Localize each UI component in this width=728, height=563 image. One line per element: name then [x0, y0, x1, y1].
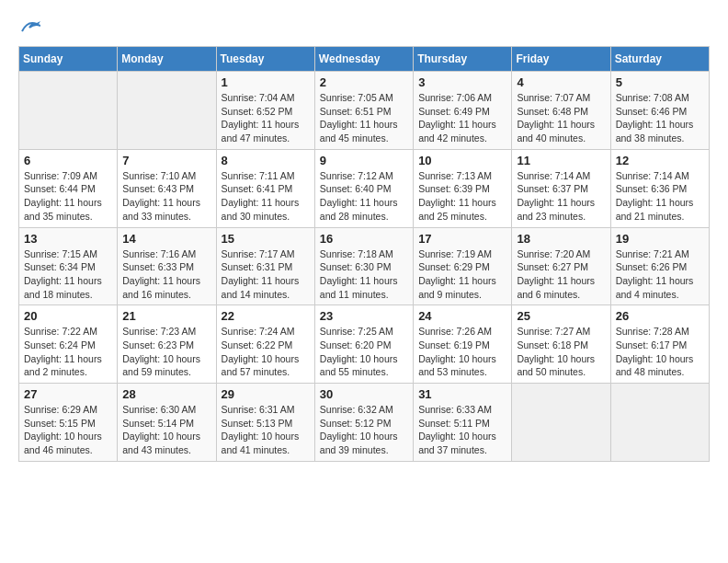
day-info: Sunrise: 7:04 AM Sunset: 6:52 PM Dayligh…	[222, 91, 310, 145]
day-info: Sunrise: 7:22 AM Sunset: 6:24 PM Dayligh…	[24, 325, 112, 379]
day-number: 13	[24, 232, 112, 246]
calendar-cell: 29Sunrise: 6:31 AM Sunset: 5:13 PM Dayli…	[216, 384, 314, 462]
day-info: Sunrise: 7:16 AM Sunset: 6:33 PM Dayligh…	[122, 247, 210, 302]
day-info: Sunrise: 7:13 AM Sunset: 6:39 PM Dayligh…	[418, 169, 506, 224]
calendar-cell: 7Sunrise: 7:10 AM Sunset: 6:43 PM Daylig…	[118, 149, 216, 227]
day-info: Sunrise: 7:23 AM Sunset: 6:23 PM Dayligh…	[122, 325, 210, 379]
day-number: 4	[517, 75, 605, 89]
calendar-cell: 11Sunrise: 7:14 AM Sunset: 6:37 PM Dayli…	[512, 149, 610, 227]
day-number: 24	[418, 309, 506, 323]
calendar-header-tuesday: Tuesday	[216, 47, 314, 72]
calendar-cell: 19Sunrise: 7:21 AM Sunset: 6:26 PM Dayli…	[610, 227, 709, 305]
calendar-header-friday: Friday	[512, 47, 610, 72]
day-number: 14	[122, 232, 210, 246]
calendar-week-5: 27Sunrise: 6:29 AM Sunset: 5:15 PM Dayli…	[19, 384, 710, 462]
day-info: Sunrise: 7:14 AM Sunset: 6:36 PM Dayligh…	[616, 169, 704, 224]
calendar-week-4: 20Sunrise: 7:22 AM Sunset: 6:24 PM Dayli…	[19, 305, 710, 384]
day-number: 19	[616, 232, 704, 246]
calendar-cell: 1Sunrise: 7:04 AM Sunset: 6:52 PM Daylig…	[216, 72, 314, 150]
day-info: Sunrise: 7:19 AM Sunset: 6:29 PM Dayligh…	[418, 247, 506, 302]
calendar-cell: 15Sunrise: 7:17 AM Sunset: 6:31 PM Dayli…	[216, 227, 314, 305]
day-info: Sunrise: 7:21 AM Sunset: 6:26 PM Dayligh…	[616, 247, 704, 302]
day-info: Sunrise: 7:26 AM Sunset: 6:19 PM Dayligh…	[418, 325, 506, 379]
day-number: 27	[24, 387, 112, 401]
day-info: Sunrise: 7:27 AM Sunset: 6:18 PM Dayligh…	[517, 325, 605, 379]
logo-bird-icon	[20, 18, 40, 35]
day-number: 22	[222, 309, 310, 323]
calendar-cell	[610, 384, 709, 462]
day-info: Sunrise: 7:07 AM Sunset: 6:48 PM Dayligh…	[517, 91, 605, 145]
calendar-cell: 13Sunrise: 7:15 AM Sunset: 6:34 PM Dayli…	[19, 227, 118, 305]
calendar-cell: 22Sunrise: 7:24 AM Sunset: 6:22 PM Dayli…	[216, 305, 314, 384]
calendar-cell: 12Sunrise: 7:14 AM Sunset: 6:36 PM Dayli…	[610, 149, 709, 227]
day-number: 3	[418, 75, 506, 89]
calendar-cell	[19, 72, 118, 150]
day-number: 5	[616, 75, 704, 89]
day-number: 1	[222, 75, 310, 89]
day-info: Sunrise: 6:33 AM Sunset: 5:11 PM Dayligh…	[418, 403, 506, 457]
calendar-cell: 26Sunrise: 7:28 AM Sunset: 6:17 PM Dayli…	[610, 305, 709, 384]
calendar-week-3: 13Sunrise: 7:15 AM Sunset: 6:34 PM Dayli…	[19, 227, 710, 305]
day-info: Sunrise: 7:28 AM Sunset: 6:17 PM Dayligh…	[616, 325, 704, 379]
day-number: 28	[122, 387, 210, 401]
day-info: Sunrise: 7:14 AM Sunset: 6:37 PM Dayligh…	[517, 169, 605, 224]
calendar-cell: 20Sunrise: 7:22 AM Sunset: 6:24 PM Dayli…	[19, 305, 118, 384]
day-number: 6	[24, 154, 112, 167]
day-number: 31	[418, 387, 506, 401]
calendar-header-sunday: Sunday	[19, 47, 118, 72]
day-number: 18	[517, 232, 605, 246]
day-info: Sunrise: 7:08 AM Sunset: 6:46 PM Dayligh…	[616, 91, 704, 145]
calendar-cell: 28Sunrise: 6:30 AM Sunset: 5:14 PM Dayli…	[118, 384, 216, 462]
calendar-cell: 2Sunrise: 7:05 AM Sunset: 6:51 PM Daylig…	[314, 72, 413, 150]
day-info: Sunrise: 6:32 AM Sunset: 5:12 PM Dayligh…	[320, 403, 408, 457]
calendar-header-thursday: Thursday	[414, 47, 512, 72]
calendar-cell: 5Sunrise: 7:08 AM Sunset: 6:46 PM Daylig…	[610, 72, 709, 150]
page-header	[18, 18, 710, 31]
calendar-cell: 23Sunrise: 7:25 AM Sunset: 6:20 PM Dayli…	[314, 305, 413, 384]
calendar-week-2: 6Sunrise: 7:09 AM Sunset: 6:44 PM Daylig…	[19, 149, 710, 227]
day-info: Sunrise: 7:20 AM Sunset: 6:27 PM Dayligh…	[517, 247, 605, 302]
calendar-cell: 21Sunrise: 7:23 AM Sunset: 6:23 PM Dayli…	[118, 305, 216, 384]
day-info: Sunrise: 7:10 AM Sunset: 6:43 PM Dayligh…	[122, 169, 210, 224]
calendar-cell: 27Sunrise: 6:29 AM Sunset: 5:15 PM Dayli…	[19, 384, 118, 462]
calendar-week-1: 1Sunrise: 7:04 AM Sunset: 6:52 PM Daylig…	[19, 72, 710, 150]
calendar-cell: 3Sunrise: 7:06 AM Sunset: 6:49 PM Daylig…	[414, 72, 512, 150]
day-info: Sunrise: 6:29 AM Sunset: 5:15 PM Dayligh…	[24, 403, 112, 457]
day-number: 9	[320, 154, 408, 167]
day-number: 7	[122, 154, 210, 167]
day-number: 8	[222, 154, 310, 167]
calendar-cell: 16Sunrise: 7:18 AM Sunset: 6:30 PM Dayli…	[314, 227, 413, 305]
day-info: Sunrise: 6:31 AM Sunset: 5:13 PM Dayligh…	[222, 403, 310, 457]
day-info: Sunrise: 7:15 AM Sunset: 6:34 PM Dayligh…	[24, 247, 112, 302]
calendar-cell	[512, 384, 610, 462]
calendar-cell: 30Sunrise: 6:32 AM Sunset: 5:12 PM Dayli…	[314, 384, 413, 462]
calendar-cell: 18Sunrise: 7:20 AM Sunset: 6:27 PM Dayli…	[512, 227, 610, 305]
calendar-cell	[118, 72, 216, 150]
day-info: Sunrise: 7:18 AM Sunset: 6:30 PM Dayligh…	[320, 247, 408, 302]
day-number: 17	[418, 232, 506, 246]
calendar-cell: 4Sunrise: 7:07 AM Sunset: 6:48 PM Daylig…	[512, 72, 610, 150]
calendar-header-saturday: Saturday	[610, 47, 709, 72]
calendar-cell: 31Sunrise: 6:33 AM Sunset: 5:11 PM Dayli…	[414, 384, 512, 462]
day-info: Sunrise: 7:17 AM Sunset: 6:31 PM Dayligh…	[222, 247, 310, 302]
logo	[18, 18, 40, 31]
day-number: 15	[222, 232, 310, 246]
day-info: Sunrise: 7:11 AM Sunset: 6:41 PM Dayligh…	[222, 169, 310, 224]
day-number: 16	[320, 232, 408, 246]
day-number: 2	[320, 75, 408, 89]
calendar-table: SundayMondayTuesdayWednesdayThursdayFrid…	[18, 46, 710, 462]
day-number: 11	[517, 154, 605, 167]
calendar-header-wednesday: Wednesday	[314, 47, 413, 72]
calendar-cell: 6Sunrise: 7:09 AM Sunset: 6:44 PM Daylig…	[19, 149, 118, 227]
calendar-cell: 10Sunrise: 7:13 AM Sunset: 6:39 PM Dayli…	[414, 149, 512, 227]
day-number: 21	[122, 309, 210, 323]
calendar-cell: 24Sunrise: 7:26 AM Sunset: 6:19 PM Dayli…	[414, 305, 512, 384]
day-number: 26	[616, 309, 704, 323]
day-info: Sunrise: 7:25 AM Sunset: 6:20 PM Dayligh…	[320, 325, 408, 379]
calendar-cell: 9Sunrise: 7:12 AM Sunset: 6:40 PM Daylig…	[314, 149, 413, 227]
day-number: 29	[222, 387, 310, 401]
day-info: Sunrise: 7:12 AM Sunset: 6:40 PM Dayligh…	[320, 169, 408, 224]
day-number: 10	[418, 154, 506, 167]
day-number: 23	[320, 309, 408, 323]
day-number: 12	[616, 154, 704, 167]
